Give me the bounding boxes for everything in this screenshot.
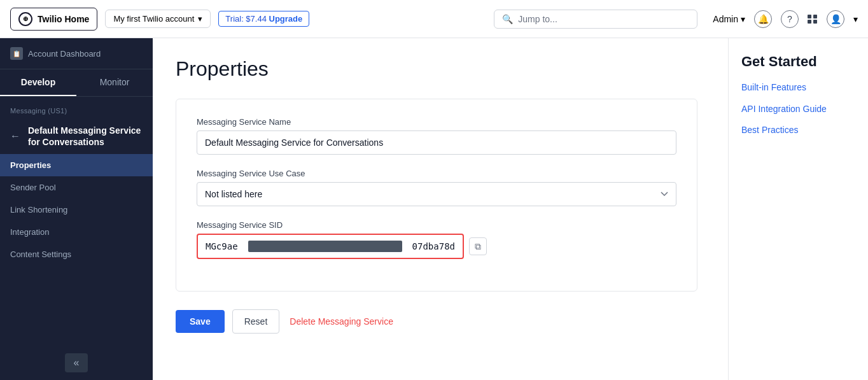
sidebar-item-integration[interactable]: Integration: [0, 221, 153, 243]
sidebar-tabs: Develop Monitor: [0, 69, 153, 97]
help-icon[interactable]: ?: [781, 10, 799, 28]
sidebar-item-link-shortening[interactable]: Link Shortening: [0, 199, 153, 221]
account-chevron-icon: ▾: [198, 14, 202, 24]
upgrade-link[interactable]: Upgrade: [269, 14, 303, 24]
sidebar-section-label: Messaging (US1): [0, 97, 153, 118]
field-group-name: Messaging Service Name: [197, 117, 676, 155]
tab-develop[interactable]: Develop: [0, 69, 76, 96]
sidebar-content-settings-label: Content Settings: [10, 250, 71, 259]
content-area: Properties Messaging Service Name Messag…: [153, 38, 728, 380]
sidebar: 📋 Account Dashboard Develop Monitor Mess…: [0, 38, 153, 380]
reset-button[interactable]: Reset: [232, 309, 280, 334]
sidebar-collapse-button[interactable]: «: [65, 353, 88, 372]
admin-label: Admin: [713, 14, 738, 24]
get-started-title: Get Started: [741, 53, 855, 70]
back-arrow-icon: ←: [10, 130, 20, 143]
delete-button[interactable]: Delete Messaging Service: [287, 316, 396, 327]
sidebar-item-sender-pool[interactable]: Sender Pool: [0, 176, 153, 199]
field-group-use-case: Messaging Service Use Case Not listed he…: [197, 169, 676, 206]
actions-row: Save Reset Delete Messaging Service: [176, 309, 705, 334]
get-started-link-2[interactable]: API Integration Guide: [741, 103, 855, 116]
sid-end: 07dba78d: [405, 235, 463, 258]
get-started-link-1[interactable]: Built-in Features: [741, 81, 855, 94]
search-input[interactable]: [518, 14, 689, 24]
page-title: Properties: [176, 57, 705, 81]
account-name: My first Twilio account: [113, 14, 194, 24]
sidebar-sender-pool-label: Sender Pool: [10, 183, 56, 192]
sidebar-properties-label: Properties: [10, 160, 51, 170]
search-bar: 🔍: [494, 10, 697, 29]
account-dashboard-label: Account Dashboard: [28, 49, 101, 59]
notifications-icon[interactable]: 🔔: [754, 10, 772, 28]
sidebar-item-content-settings[interactable]: Content Settings: [0, 243, 153, 265]
sidebar-account[interactable]: 📋 Account Dashboard: [0, 38, 153, 69]
user-chevron-icon: ▾: [853, 14, 858, 24]
trial-badge: Trial: $7.44 Upgrade: [218, 11, 309, 27]
copy-sid-button[interactable]: ⧉: [469, 237, 487, 255]
topnav-logo-text: Twilio Home: [38, 14, 89, 24]
name-field-label: Messaging Service Name: [197, 117, 676, 127]
tab-monitor[interactable]: Monitor: [76, 69, 153, 96]
topnav-actions: Admin ▾ 🔔 ? 👤 ▾: [713, 10, 858, 28]
twilio-logo-icon: ⊕: [18, 12, 32, 26]
sidebar-item-parent[interactable]: ← Default Messaging Service for Conversa…: [0, 118, 153, 154]
sidebar-integration-label: Integration: [10, 227, 49, 237]
sid-start: MGc9ae: [198, 235, 246, 258]
name-field-input[interactable]: [197, 130, 676, 155]
sidebar-parent-label: Default Messaging Service for Conversati…: [28, 125, 143, 148]
get-started-link-3[interactable]: Best Practices: [741, 124, 855, 137]
use-case-field-label: Messaging Service Use Case: [197, 169, 676, 178]
sid-redacted: [248, 241, 402, 252]
admin-chevron-icon: ▾: [741, 14, 745, 24]
account-dashboard-icon: 📋: [10, 47, 23, 60]
sidebar-link-shortening-label: Link Shortening: [10, 205, 67, 215]
save-button[interactable]: Save: [176, 310, 225, 333]
properties-card: Messaging Service Name Messaging Service…: [176, 99, 697, 292]
field-group-sid: Messaging Service SID MGc9ae 07dba78d ⧉: [197, 220, 676, 259]
twilio-home-button[interactable]: ⊕ Twilio Home: [10, 8, 97, 31]
sidebar-item-properties[interactable]: Properties: [0, 154, 153, 176]
user-icon[interactable]: 👤: [827, 10, 844, 28]
sid-input-wrapper: MGc9ae 07dba78d: [197, 234, 464, 259]
admin-menu[interactable]: Admin ▾: [713, 14, 745, 24]
apps-grid-icon[interactable]: [808, 15, 818, 24]
use-case-select[interactable]: Not listed here: [197, 182, 676, 206]
sid-row: MGc9ae 07dba78d ⧉: [197, 234, 676, 259]
main-layout: 📋 Account Dashboard Develop Monitor Mess…: [0, 38, 868, 380]
account-selector[interactable]: My first Twilio account ▾: [105, 10, 211, 28]
topnav: ⊕ Twilio Home My first Twilio account ▾ …: [0, 0, 868, 38]
right-panel: Get Started Built-in Features API Integr…: [728, 38, 868, 380]
sid-field-label: Messaging Service SID: [197, 220, 676, 230]
sidebar-collapse-area: «: [0, 346, 153, 380]
search-icon: 🔍: [502, 14, 513, 24]
